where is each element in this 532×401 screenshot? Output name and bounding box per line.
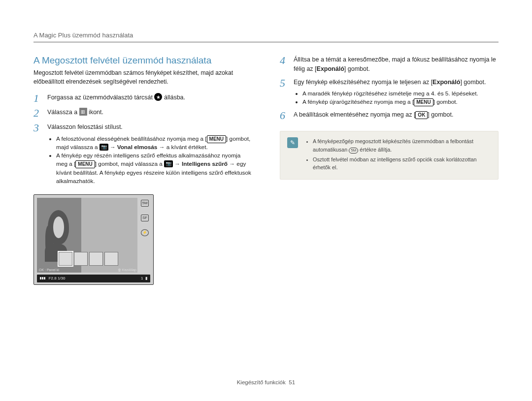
bold-text: Vonal elmosás	[117, 144, 158, 151]
note-item: Osztott felvétel módban az intelligens s…	[313, 155, 491, 171]
menu-button-icon: MENU	[414, 98, 433, 106]
split-icon: ▥	[79, 108, 87, 116]
text: ] gombot.	[433, 98, 458, 105]
text: értékre állítja.	[358, 147, 392, 153]
two-columns: A Megosztott felvétel üzemmód használata…	[33, 55, 499, 285]
text: ] gombot.	[428, 111, 453, 118]
step-4: 4 Állítsa be a témát a keresőmezőbe, maj…	[280, 55, 499, 74]
text: → a kívánt értéket.	[157, 144, 207, 151]
sub-item: A maradék fénykép rögzítéséhez ismételje…	[302, 90, 499, 98]
text: ikont.	[89, 109, 103, 116]
layout-thumbs	[59, 252, 118, 266]
bold-text: Exponáló	[317, 65, 344, 72]
camera-icon: 📷	[164, 160, 173, 167]
arrow-icon: →	[108, 143, 117, 152]
bold-text: Intelligens szűrő	[182, 160, 228, 167]
text: ] gombot.	[460, 79, 486, 86]
ok-button-icon: OK	[415, 111, 428, 119]
right-column: 4 Állítsa be a témát a keresőmezőbe, maj…	[280, 55, 499, 285]
bold-text: Exponáló	[432, 79, 460, 86]
section-name: Kiegészítő funkciók	[237, 379, 286, 385]
sub-list: A felosztóvonal élességének beállításáho…	[47, 135, 252, 185]
step-5: 5 Egy fénykép elkészítéséhez nyomja le t…	[280, 78, 499, 107]
camera-screen-illustration: 5M SF ⚡ OK : Panel ki 🗑 Kezdőlap F2.8 1/…	[33, 194, 154, 285]
side-icons: 5M SF ⚡	[139, 200, 150, 271]
menu-button-icon: MENU	[75, 160, 95, 168]
flash-icon: ⚡	[141, 229, 149, 236]
step-body: Forgassa az üzemmódválasztó tárcsát ★ ál…	[47, 93, 252, 104]
resolution-badge: 5M	[349, 148, 358, 154]
page-title: A Megosztott felvétel üzemmód használata	[33, 55, 252, 66]
sub-item: A fénykép egy részén intelligens szűrő e…	[56, 152, 252, 185]
step-2: 2 Válassza a ▥ ikont.	[33, 108, 252, 119]
quality-icon: SF	[141, 215, 149, 221]
step-body: Válassza a ▥ ikont.	[47, 108, 252, 119]
text: A beállítások elmentéséhez nyomja meg az…	[294, 111, 415, 118]
step-number: 2	[33, 108, 42, 119]
page: A Magic Plus üzemmód használata A Megosz…	[0, 0, 532, 401]
step-body: Egy fénykép elkészítéséhez nyomja le tel…	[294, 78, 499, 107]
text: Válassza a	[47, 109, 79, 116]
step-number: 3	[33, 123, 42, 185]
note-item: A fényképezőgép megosztott képkészítés ü…	[313, 137, 491, 153]
illu-hint: OK : Panel ki 🗑 Kezdőlap	[39, 268, 136, 272]
page-number: 51	[289, 379, 295, 385]
steps-right: 4 Állítsa be a témát a keresőmezőbe, maj…	[280, 55, 499, 121]
layout-thumb	[104, 252, 118, 266]
text: A felosztóvonal élességének beállításáho…	[56, 135, 207, 142]
star-icon: ★	[154, 93, 162, 101]
sub-list: A maradék fénykép rögzítéséhez ismételje…	[294, 90, 499, 106]
status-left: F2.8 1/30	[40, 276, 66, 280]
sub-item: A fénykép újrarögzítéséhez nyomja meg a …	[302, 98, 499, 106]
menu-button-icon: MENU	[207, 135, 226, 143]
text: ] gombot, majd válassza a	[95, 160, 164, 167]
camera-icon: 📷	[100, 144, 108, 151]
step-number: 4	[280, 55, 289, 74]
battery-icon	[40, 277, 45, 279]
status-right: 1 ▮	[141, 276, 147, 280]
step-body: A beállítások elmentéséhez nyomja meg az…	[294, 110, 499, 121]
step-number: 1	[33, 93, 42, 104]
text: A fényképezőgép megosztott képkészítés ü…	[313, 138, 473, 152]
note-list: A fényképezőgép megosztott képkészítés ü…	[305, 137, 491, 173]
text: ] gombot.	[344, 65, 370, 72]
step-number: 6	[280, 110, 289, 121]
left-column: A Megosztott felvétel üzemmód használata…	[33, 55, 252, 285]
running-head: A Magic Plus üzemmód használata	[33, 31, 499, 39]
step-6: 6 A beállítások elmentéséhez nyomja meg …	[280, 110, 499, 121]
footer: Kiegészítő funkciók 51	[0, 379, 532, 385]
step-body: Állítsa be a témát a keresőmezőbe, majd …	[294, 55, 499, 74]
layout-thumb	[89, 252, 103, 266]
intro-text: Megosztott felvétel üzemmódban számos fé…	[33, 69, 252, 86]
header-rule	[33, 42, 499, 42]
hint-right: 🗑 Kezdőlap	[118, 268, 136, 272]
hint-left: OK : Panel ki	[39, 268, 59, 272]
step-body: Válasszon felosztási stílust. A felosztó…	[47, 123, 252, 185]
text: Forgassa az üzemmódválasztó tárcsát	[47, 94, 154, 101]
steps-left: 1 Forgassa az üzemmódválasztó tárcsát ★ …	[33, 93, 252, 185]
text: Válasszon felosztási stílust.	[47, 123, 123, 130]
sub-item: A felosztóvonal élességének beállításáho…	[56, 135, 252, 152]
step-number: 5	[280, 78, 289, 107]
arrow-icon: →	[173, 160, 182, 168]
step-3: 3 Válasszon felosztási stílust. A felosz…	[33, 123, 252, 185]
info-icon: ✎	[287, 137, 298, 148]
step-1: 1 Forgassa az üzemmódválasztó tárcsát ★ …	[33, 93, 252, 104]
resolution-icon: 5M	[141, 200, 149, 207]
text: Egy fénykép elkészítéséhez nyomja le tel…	[294, 79, 432, 86]
text: A fénykép újrarögzítéséhez nyomja meg a …	[302, 98, 414, 105]
layout-thumb	[74, 252, 88, 266]
layout-thumb	[59, 252, 72, 266]
illu-status: F2.8 1/30 1 ▮	[37, 275, 150, 282]
text: állásba.	[164, 94, 185, 101]
info-note: ✎ A fényképezőgép megosztott képkészítés…	[280, 131, 499, 180]
